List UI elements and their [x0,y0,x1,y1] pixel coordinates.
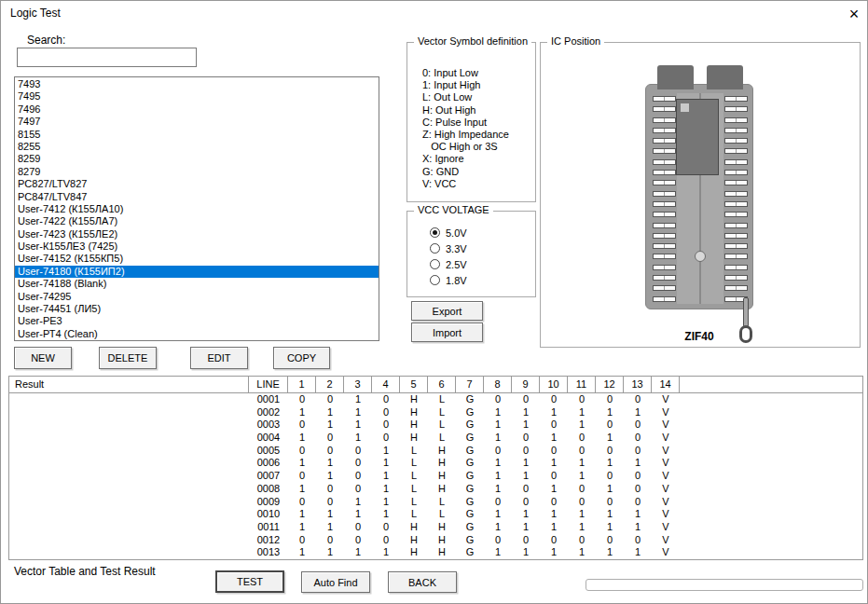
vector-cell: 0 [288,445,316,458]
vector-cell: 0 [316,496,344,509]
auto-find-button[interactable]: Auto Find [301,571,370,593]
test-button[interactable]: TEST [215,570,284,593]
pin-slot [724,159,748,165]
list-item[interactable]: 8155 [15,129,379,141]
progress-bar [586,579,863,591]
vector-row[interactable]: 00070101LHG110100V [9,470,862,483]
vector-cell: 0 [344,534,372,547]
vector-row[interactable]: 00010010HLG000000V [9,393,862,406]
vector-cell: 0 [568,496,596,509]
line-column-header: LINE [249,377,288,392]
symbol-line: OC High or 3S [422,141,535,153]
vector-cell: G [456,445,484,458]
vector-cell: 1 [484,521,512,534]
list-item[interactable]: 8255 [15,141,379,153]
vector-row[interactable]: 00120000HHG000000V [9,534,862,547]
group-title: Vector Symbol definition [414,35,531,47]
vector-cell: 0 [624,445,652,458]
vector-row[interactable]: 00081001LHG101010V [9,483,862,496]
pin-slot [724,191,748,197]
pin-slot [653,223,676,228]
list-item[interactable]: 7496 [15,103,379,116]
line-number: 0013 [249,546,288,559]
vector-cell: G [456,406,484,419]
vector-cell: 1 [568,457,596,470]
result-cell [9,546,249,559]
vector-row[interactable]: 00021110HLG111111V [9,406,862,419]
vector-cell: 0 [596,496,624,509]
import-button[interactable]: Import [411,323,483,342]
back-button[interactable]: BACK [388,571,457,593]
vector-cell: 0 [624,393,652,406]
edit-button[interactable]: EDIT [190,347,248,369]
list-item[interactable]: User-74451 (ЛИ5) [15,303,379,315]
pin-slot [653,285,676,291]
delete-button[interactable]: DELETE [99,347,157,369]
vector-cell: 1 [540,508,568,521]
list-item[interactable]: User-РТ4 (Clean) [15,328,379,340]
vector-row[interactable]: 00111100HHG111111V [9,521,862,534]
list-item[interactable]: 7495 [15,90,379,103]
list-item[interactable]: PC847/LTV847 [15,191,379,203]
vector-row[interactable]: 00101111LLG111111V [9,508,862,521]
pin-header: 14 [652,377,680,392]
vector-cell: 0 [288,496,316,509]
chip-list[interactable]: 74937495749674978155825582598279PC827/LT… [14,76,379,341]
vector-cell: H [428,457,456,470]
list-item[interactable]: 8279 [15,166,379,178]
list-item[interactable]: User-7423 (К155ЛЕ2) [15,228,379,240]
pin-slot [724,233,748,239]
list-item[interactable]: User-74295 [15,291,379,303]
list-item[interactable]: User-РЕ3 [15,315,379,327]
list-item[interactable]: PC827/LTV827 [15,178,379,190]
list-item[interactable]: User-7422 (К155ЛА7) [15,215,379,227]
vector-cell: 1 [344,432,372,445]
vector-cell: H [400,393,428,406]
symbol-line: X: Ignore [422,153,535,165]
logic-test-dialog: Logic Test × Search: 7493749574967497815… [0,0,868,604]
list-item[interactable]: User-74152 (К155КП5) [15,253,379,265]
pin-slot [653,243,676,249]
result-cell [9,496,249,509]
vector-row[interactable]: 00131111HHG111111V [9,546,862,559]
export-button[interactable]: Export [411,301,483,321]
vector-cell: G [456,546,484,559]
vector-cell: V [652,521,680,534]
new-button[interactable]: NEW [14,347,72,369]
socket-lever [743,297,749,327]
pin-header: 13 [624,377,652,392]
vcc-option-2v5[interactable]: 2.5V [430,256,535,272]
socket-screw [695,251,706,262]
list-item[interactable]: User-74180 (К155ИП2) [15,266,379,278]
vector-row[interactable]: 00041010HLG101010V [9,432,862,445]
vcc-option-5v[interactable]: 5.0V [430,225,535,240]
vector-cell: 1 [624,508,652,521]
vector-cell: 1 [288,432,316,445]
vector-cell: 1 [484,406,512,419]
vcc-option-1v8[interactable]: 1.8V [430,272,535,288]
vector-cell: V [652,534,680,547]
list-item[interactable]: User-К155ЛЕ3 (7425) [15,240,379,253]
list-item[interactable]: User-7412 (К155ЛА10) [15,203,379,215]
header-filler [680,377,862,392]
list-item[interactable]: 8259 [15,153,379,165]
vector-row[interactable]: 00090011LLG000000V [9,496,862,509]
vector-row[interactable]: 00030110HLG110100V [9,419,862,432]
list-item[interactable]: User-74188 (Blank) [15,278,379,290]
radio-label: 3.3V [446,243,467,254]
vector-row[interactable]: 00061101LHG111111V [9,457,862,470]
radio-icon [430,243,440,254]
result-cell [9,432,249,445]
list-item[interactable]: 7497 [15,116,379,128]
vector-cell: G [456,496,484,509]
list-item[interactable]: 7493 [15,78,379,90]
copy-button[interactable]: COPY [273,347,330,369]
vcc-option-3v3[interactable]: 3.3V [430,240,535,256]
close-icon[interactable]: × [842,3,866,25]
vector-table[interactable]: Result LINE 1234567891011121314 00010010… [8,376,863,560]
pin-slot [653,96,676,102]
vector-row[interactable]: 00050001LHG000000V [9,445,862,458]
vector-cell: 0 [540,470,568,483]
vector-cell: 1 [288,483,316,496]
search-input[interactable] [17,48,197,67]
